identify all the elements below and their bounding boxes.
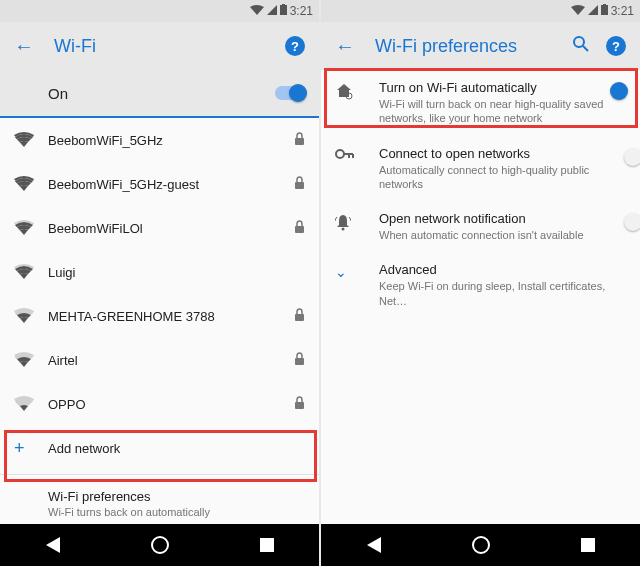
divider [0, 474, 319, 475]
search-icon[interactable] [572, 35, 590, 58]
pref-subtitle: Wi-Fi will turn back on near high-qualit… [379, 97, 614, 126]
plus-icon: + [14, 438, 25, 459]
home-icon [335, 80, 379, 100]
nav-recent-icon[interactable] [260, 538, 274, 552]
wifi-master-switch[interactable] [275, 86, 305, 100]
network-item[interactable]: OPPO [0, 382, 319, 426]
bell-icon [335, 211, 379, 231]
svg-point-17 [342, 228, 345, 231]
svg-rect-8 [601, 5, 608, 15]
wifi-icon [14, 352, 48, 368]
svg-rect-0 [280, 5, 287, 15]
svg-rect-1 [282, 4, 285, 5]
network-item[interactable]: Airtel [0, 338, 319, 382]
nav-back-icon[interactable] [367, 537, 381, 553]
pref-title: Advanced [379, 262, 618, 277]
back-icon[interactable]: ← [14, 35, 34, 58]
wifi-icon [14, 396, 48, 412]
wifi-preferences-item[interactable]: Wi-Fi preferences Wi-Fi turns back on au… [0, 479, 319, 524]
nav-recent-icon[interactable] [581, 538, 595, 552]
page-title: Wi-Fi [54, 36, 265, 57]
prefs-subtitle: Wi-Fi turns back on automatically [48, 505, 305, 519]
network-name: OPPO [48, 397, 86, 412]
signal-status-icon [267, 4, 277, 18]
pref-title: Connect to open networks [379, 146, 614, 161]
battery-status-icon [601, 4, 608, 18]
lock-icon [294, 220, 305, 237]
phone-right: 3:21 ← Wi-Fi preferences ? Turn on Wi-Fi… [321, 0, 640, 566]
wifi-icon [14, 176, 48, 192]
navigation-bar [321, 524, 640, 566]
content-area: Turn on Wi-Fi automatically Wi-Fi will t… [321, 70, 640, 524]
chevron-down-icon: ⌄ [335, 264, 347, 280]
svg-rect-2 [295, 138, 304, 145]
status-bar: 3:21 [0, 0, 319, 22]
wifi-icon [14, 220, 48, 236]
wifi-toggle-label: On [48, 85, 68, 102]
svg-rect-3 [295, 182, 304, 189]
app-bar: ← Wi-Fi preferences ? [321, 22, 640, 70]
lock-icon [294, 308, 305, 325]
pref-subtitle: Keep Wi-Fi on during sleep, Install cert… [379, 279, 618, 308]
wifi-status-icon [250, 4, 264, 18]
nav-back-icon[interactable] [46, 537, 60, 553]
pref-title: Open network notification [379, 211, 614, 226]
wifi-status-icon [571, 4, 585, 18]
network-item[interactable]: BeebomWiFiLOl [0, 206, 319, 250]
svg-point-13 [336, 150, 344, 158]
network-name: BeebomWiFi_5GHz-guest [48, 177, 199, 192]
svg-point-10 [574, 37, 584, 47]
key-icon [335, 146, 379, 160]
pref-open-notification[interactable]: Open network notification When automatic… [321, 201, 640, 252]
phone-left: 3:21 ← Wi-Fi ? On BeebomWiFi_5GHz Beebom… [0, 0, 319, 566]
svg-rect-7 [295, 402, 304, 409]
wifi-icon [14, 264, 48, 280]
back-icon[interactable]: ← [335, 35, 355, 58]
help-icon[interactable]: ? [606, 36, 626, 56]
lock-icon [294, 396, 305, 413]
add-network-button[interactable]: + Add network [0, 426, 319, 470]
content-area: On BeebomWiFi_5GHz BeebomWiFi_5GHz-guest… [0, 70, 319, 524]
signal-status-icon [588, 4, 598, 18]
pref-subtitle: Automatically connect to high-quality pu… [379, 163, 614, 192]
network-list: BeebomWiFi_5GHz BeebomWiFi_5GHz-guest Be… [0, 118, 319, 426]
add-network-label: Add network [48, 441, 120, 456]
status-time: 3:21 [611, 4, 634, 18]
network-name: BeebomWiFiLOl [48, 221, 143, 236]
network-item[interactable]: Luigi [0, 250, 319, 294]
nav-home-icon[interactable] [472, 536, 490, 554]
nav-home-icon[interactable] [151, 536, 169, 554]
pref-advanced[interactable]: ⌄ Advanced Keep Wi-Fi on during sleep, I… [321, 252, 640, 318]
network-item[interactable]: BeebomWiFi_5GHz-guest [0, 162, 319, 206]
wifi-icon [14, 132, 48, 148]
wifi-master-toggle-row[interactable]: On [0, 70, 319, 118]
svg-rect-6 [295, 358, 304, 365]
svg-rect-5 [295, 314, 304, 321]
lock-icon [294, 352, 305, 369]
network-name: MEHTA-GREENHOME 3788 [48, 309, 215, 324]
battery-status-icon [280, 4, 287, 18]
lock-icon [294, 176, 305, 193]
svg-rect-4 [295, 226, 304, 233]
prefs-title: Wi-Fi preferences [48, 489, 305, 504]
pref-title: Turn on Wi-Fi automatically [379, 80, 614, 95]
svg-line-11 [583, 46, 588, 51]
app-bar: ← Wi-Fi ? [0, 22, 319, 70]
pref-subtitle: When automatic connection isn't availabl… [379, 228, 614, 242]
network-item[interactable]: BeebomWiFi_5GHz [0, 118, 319, 162]
pref-auto-wifi[interactable]: Turn on Wi-Fi automatically Wi-Fi will t… [321, 70, 640, 136]
wifi-icon [14, 308, 48, 324]
status-bar: 3:21 [321, 0, 640, 22]
status-time: 3:21 [290, 4, 313, 18]
network-name: Airtel [48, 353, 78, 368]
lock-icon [294, 132, 305, 149]
pref-open-networks[interactable]: Connect to open networks Automatically c… [321, 136, 640, 202]
navigation-bar [0, 524, 319, 566]
network-item[interactable]: MEHTA-GREENHOME 3788 [0, 294, 319, 338]
page-title: Wi-Fi preferences [375, 36, 552, 57]
help-icon[interactable]: ? [285, 36, 305, 56]
network-name: BeebomWiFi_5GHz [48, 133, 163, 148]
network-name: Luigi [48, 265, 75, 280]
svg-rect-9 [603, 4, 606, 5]
